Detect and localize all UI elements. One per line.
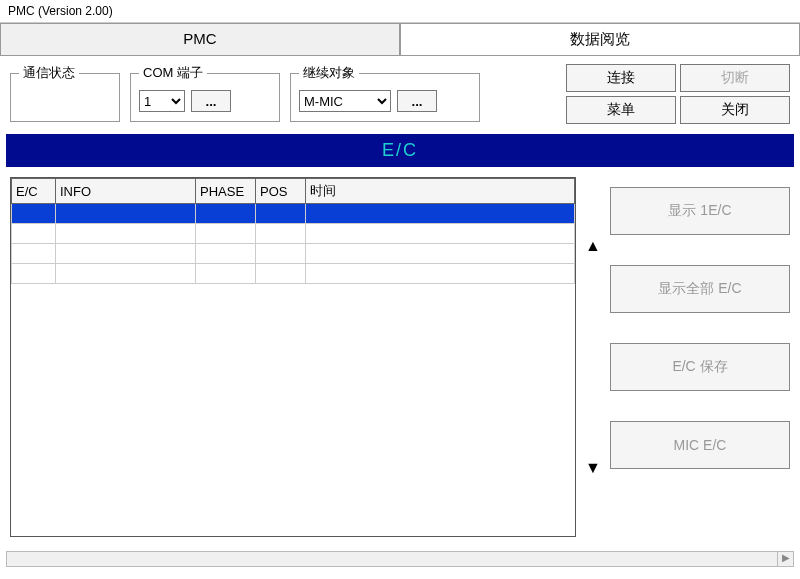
scroll-down-icon[interactable]: ▼ [585, 459, 601, 477]
scrollbar-track[interactable] [7, 552, 777, 566]
group-com-port: COM 端子 1 ... [130, 64, 280, 122]
show-all-ec-button[interactable]: 显示全部 E/C [610, 265, 790, 313]
group-target: 继续对象 M-MIC ... [290, 64, 480, 122]
target-select[interactable]: M-MIC [299, 90, 391, 112]
tab-pmc[interactable]: PMC [0, 23, 400, 55]
ec-table[interactable]: E/C INFO PHASE POS 时间 [10, 177, 576, 537]
scroll-arrows: ▲ ▼ [582, 177, 604, 537]
table-row[interactable] [12, 264, 575, 284]
top-panel: 通信状态 COM 端子 1 ... 继续对象 M-MIC ... 连接 切断 菜… [0, 56, 800, 134]
col-header-ec[interactable]: E/C [12, 179, 56, 204]
connect-button[interactable]: 连接 [566, 64, 676, 92]
window-title: PMC (Version 2.00) [0, 0, 800, 23]
main-area: E/C INFO PHASE POS 时间 ▲ ▼ 显示 1E/C 显示全部 E… [0, 167, 800, 547]
scroll-right-icon[interactable]: ▶ [777, 552, 793, 566]
section-header-ec: E/C [6, 134, 794, 167]
target-more-button[interactable]: ... [397, 90, 437, 112]
table-header-row: E/C INFO PHASE POS 时间 [12, 179, 575, 204]
group-comm-status-label: 通信状态 [19, 64, 79, 82]
show-one-ec-button[interactable]: 显示 1E/C [610, 187, 790, 235]
col-header-info[interactable]: INFO [56, 179, 196, 204]
table-row[interactable] [12, 224, 575, 244]
left-groups: 通信状态 COM 端子 1 ... 继续对象 M-MIC ... [10, 64, 480, 122]
tab-data-view[interactable]: 数据阅览 [400, 23, 800, 55]
com-port-more-button[interactable]: ... [191, 90, 231, 112]
table-row[interactable] [12, 244, 575, 264]
group-target-label: 继续对象 [299, 64, 359, 82]
col-header-phase[interactable]: PHASE [196, 179, 256, 204]
horizontal-scrollbar[interactable]: ▶ [6, 551, 794, 567]
group-comm-status: 通信状态 [10, 64, 120, 122]
disconnect-button[interactable]: 切断 [680, 64, 790, 92]
mic-ec-button[interactable]: MIC E/C [610, 421, 790, 469]
col-header-time[interactable]: 时间 [306, 179, 575, 204]
connection-buttons: 连接 切断 菜单 关闭 [566, 64, 790, 124]
group-com-port-label: COM 端子 [139, 64, 207, 82]
menu-button[interactable]: 菜单 [566, 96, 676, 124]
col-header-pos[interactable]: POS [256, 179, 306, 204]
close-button[interactable]: 关闭 [680, 96, 790, 124]
save-ec-button[interactable]: E/C 保存 [610, 343, 790, 391]
table-row[interactable] [12, 204, 575, 224]
side-buttons: 显示 1E/C 显示全部 E/C E/C 保存 MIC E/C [610, 177, 790, 537]
com-port-select[interactable]: 1 [139, 90, 185, 112]
scroll-up-icon[interactable]: ▲ [585, 237, 601, 255]
tab-bar: PMC 数据阅览 [0, 23, 800, 56]
